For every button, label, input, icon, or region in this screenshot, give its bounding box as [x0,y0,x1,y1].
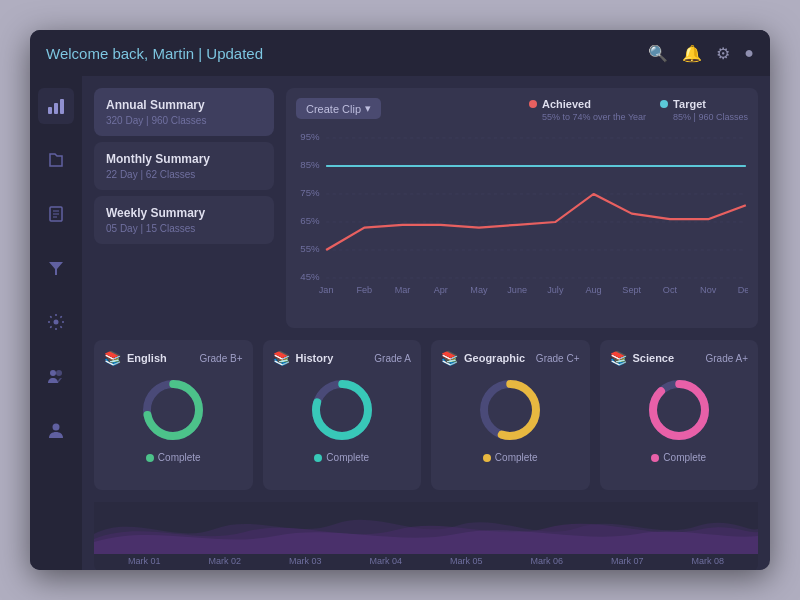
history-header: 📚 History Grade A [273,350,412,366]
science-header: 📚 Science Grade A+ [610,350,749,366]
mark-02: Mark 02 [208,556,241,566]
summary-panel: Annual Summary 320 Day | 960 Classes Mon… [94,88,274,328]
english-status: Complete [146,452,201,463]
chart-svg: 95% 85% 75% 65% 55% 45% [296,128,748,298]
english-status-text: Complete [158,452,201,463]
svg-text:55%: 55% [300,244,319,254]
mark-08: Mark 08 [691,556,724,566]
chart-controls: Create Clip ▾ [296,98,381,119]
svg-rect-2 [60,99,64,114]
chart-header: Create Clip ▾ Achieved 55% to 74% over t… [296,98,748,122]
wave-labels: Mark 01 Mark 02 Mark 03 Mark 04 Mark 05 … [94,556,758,570]
main-layout: Annual Summary 320 Day | 960 Classes Mon… [30,76,770,570]
user-circle-icon[interactable]: ● [744,44,754,62]
svg-text:Sept: Sept [622,285,641,295]
header-title: Welcome back, Martin | Updated [46,45,263,62]
geographic-status-text: Complete [495,452,538,463]
english-status-dot [146,454,154,462]
monthly-summary-title: Monthly Summary [106,152,262,166]
geographic-status-dot [483,454,491,462]
target-sub: 85% | 960 Classes [660,112,748,122]
svg-text:65%: 65% [300,216,319,226]
achieved-label: Achieved [542,98,591,110]
sidebar-item-analytics[interactable] [38,88,74,124]
geographic-name: Geographic [464,352,525,364]
svg-text:Nov: Nov [700,285,717,295]
history-status-dot [314,454,322,462]
science-donut [643,374,715,446]
history-status-text: Complete [326,452,369,463]
svg-text:Oct: Oct [663,285,678,295]
sidebar-item-users[interactable] [38,358,74,394]
science-status: Complete [651,452,706,463]
legend-achieved: Achieved 55% to 74% over the Year [529,98,646,122]
svg-text:85%: 85% [300,160,319,170]
history-icon: 📚 [273,350,290,366]
monthly-summary-sub: 22 Day | 62 Classes [106,169,262,180]
status-text: Updated [206,45,263,62]
weekly-summary-title: Weekly Summary [106,206,262,220]
sidebar-item-files[interactable] [38,142,74,178]
top-section: Annual Summary 320 Day | 960 Classes Mon… [94,88,758,328]
svg-point-9 [50,370,56,376]
mark-03: Mark 03 [289,556,322,566]
legend-target: Target 85% | 960 Classes [660,98,748,122]
chart-area: 95% 85% 75% 65% 55% 45% [296,128,748,298]
history-name: History [296,352,334,364]
history-donut [306,374,378,446]
search-icon[interactable]: 🔍 [648,44,668,63]
sidebar-item-reports[interactable] [38,196,74,232]
english-card: 📚 English Grade B+ Complete [94,340,253,490]
achieved-sub: 55% to 74% over the Year [529,112,646,122]
science-status-dot [651,454,659,462]
weekly-summary-sub: 05 Day | 15 Classes [106,223,262,234]
geographic-donut [474,374,546,446]
svg-text:Aug: Aug [585,285,601,295]
svg-text:July: July [547,285,564,295]
svg-text:45%: 45% [300,272,319,282]
subjects-section: 📚 English Grade B+ Complete [94,340,758,490]
monthly-summary-card[interactable]: Monthly Summary 22 Day | 62 Classes [94,142,274,190]
science-icon: 📚 [610,350,627,366]
english-grade: Grade B+ [199,353,242,364]
gear-icon[interactable]: ⚙ [716,44,730,63]
header: Welcome back, Martin | Updated 🔍 🔔 ⚙ ● [30,30,770,76]
target-dot [660,100,668,108]
greeting-text: Welcome back, Martin [46,45,194,62]
history-card: 📚 History Grade A Complete [263,340,422,490]
bell-icon[interactable]: 🔔 [682,44,702,63]
wave-svg [94,504,758,554]
svg-rect-0 [48,107,52,114]
science-name: Science [633,352,675,364]
mark-07: Mark 07 [611,556,644,566]
svg-point-11 [53,424,60,431]
mark-05: Mark 05 [450,556,483,566]
create-clip-button[interactable]: Create Clip ▾ [296,98,381,119]
svg-text:95%: 95% [300,132,319,142]
svg-text:May: May [470,285,488,295]
weekly-summary-card[interactable]: Weekly Summary 05 Day | 15 Classes [94,196,274,244]
english-header: 📚 English Grade B+ [104,350,243,366]
mark-04: Mark 04 [369,556,402,566]
geographic-status: Complete [483,452,538,463]
science-status-text: Complete [663,452,706,463]
history-grade: Grade A [374,353,411,364]
sidebar-item-profile[interactable] [38,412,74,448]
english-icon: 📚 [104,350,121,366]
geographic-icon: 📚 [441,350,458,366]
chevron-down-icon: ▾ [365,102,371,115]
target-label: Target [673,98,706,110]
svg-text:Dec: Dec [738,285,748,295]
separator: | [194,45,206,62]
svg-marker-7 [49,262,63,275]
science-card: 📚 Science Grade A+ Complete [600,340,759,490]
svg-rect-1 [54,103,58,114]
mark-01: Mark 01 [128,556,161,566]
history-status: Complete [314,452,369,463]
svg-point-8 [54,320,59,325]
sidebar-item-settings[interactable] [38,304,74,340]
sidebar-item-filter[interactable] [38,250,74,286]
annual-summary-card[interactable]: Annual Summary 320 Day | 960 Classes [94,88,274,136]
svg-text:Mar: Mar [395,285,411,295]
geographic-card: 📚 Geographic Grade C+ Complete [431,340,590,490]
